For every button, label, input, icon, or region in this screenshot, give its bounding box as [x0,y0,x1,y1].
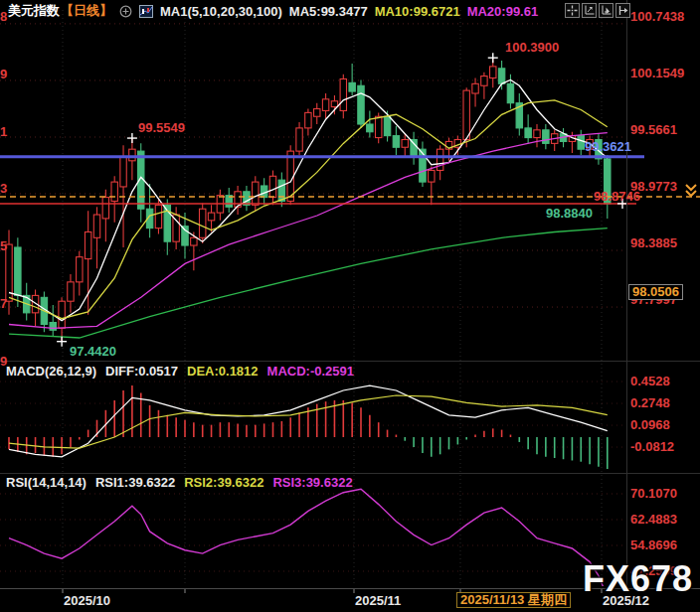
candle [322,93,328,118]
candle [111,176,117,222]
ma10-value: MA10:99.6721 [375,4,460,19]
candle [587,136,593,157]
candle [244,186,250,211]
expand-circle-plus-icon[interactable] [119,5,132,18]
candle [269,170,275,205]
ma5-value: MA5:99.3477 [289,4,368,19]
candle [15,237,21,307]
candle [578,130,584,155]
rsi-pane [9,489,608,597]
symbol-title: 美元指数 [8,2,60,20]
candles [6,58,611,342]
move-tool-icon[interactable] [565,3,580,18]
candle [543,124,549,149]
candle [278,172,284,207]
candle [50,305,56,336]
candle [605,155,611,219]
macd-header: MACD(26,12,9) DIFF:0.0517 DEA:0.1812 MAC… [6,364,354,379]
candle [155,200,161,234]
candle [296,122,302,155]
candle [340,75,346,119]
chart-header: 美元指数 【日线】 MA1(5,10,20,30,100) MA5:99.347… [8,3,538,19]
candle [235,186,241,215]
rsi-line [9,489,608,597]
scale-y-axis-icon[interactable] [582,3,597,18]
macd-value: MACD:-0.2591 [267,364,354,379]
fx678-watermark: FX678 [583,558,693,600]
ma-line-ma100 [9,229,608,338]
ma20-value: MA20:99.61 [467,4,539,19]
candle [200,203,206,243]
candle [217,190,223,221]
candle [68,274,74,313]
candle [77,251,83,296]
rsi-title: RSI(14,14,14) [6,475,87,490]
candle [525,114,531,143]
macd-diff-value: DIFF:0.0517 [105,364,178,379]
alert-chevron-down-icon [686,185,696,190]
candle [437,145,442,180]
candle [129,138,135,180]
pane-divider [0,361,700,362]
extreme-cross-marker [488,53,498,63]
rsi2-value: RSI2:39.6322 [184,475,263,490]
candle [6,230,12,315]
candle [253,176,259,211]
candle [429,167,435,206]
candle [367,110,373,137]
chart-toolbar [565,3,630,18]
pane-divider [0,473,700,474]
price-axis-border [626,0,627,588]
candle [552,130,558,151]
candle [393,126,399,155]
rsi-header: RSI(14,14,14) RSI1:39.6322 RSI2:39.6322 … [6,475,353,490]
candlestick-chart-icon[interactable] [139,5,153,18]
extreme-cross-marker [127,133,137,143]
candle [420,141,426,187]
candle [411,132,417,165]
chart-canvas[interactable] [0,0,700,612]
candle [305,109,311,136]
candle [314,103,320,124]
rsi1-value: RSI1:39.6322 [95,475,175,490]
candle [516,93,522,136]
candle [208,205,214,231]
candle [24,283,30,321]
candle [349,64,355,95]
ma-group-label: MA1(5,10,20,30,100) [160,4,282,19]
candle [472,78,478,107]
macd-pane [9,385,608,469]
candle [146,184,152,237]
candle [481,73,487,99]
rsi3-value: RSI3:39.6322 [272,475,352,490]
chart-app: 美元指数 【日线】 MA1(5,10,20,30,100) MA5:99.347… [0,0,700,612]
alert-chevron-down-icon [686,191,696,196]
candle [498,61,504,89]
extreme-cross-marker [57,337,67,347]
macd-title: MACD(26,12,9) [6,364,96,379]
candle [534,124,540,147]
scale-x-axis-icon[interactable] [599,3,613,18]
candle [85,211,90,315]
macd-dea-value: DEA:0.1812 [187,364,259,379]
candle [358,79,364,127]
candle [93,207,99,268]
pan-right-icon[interactable] [615,3,630,18]
period-tag: 【日线】 [61,2,112,20]
candle [226,188,232,213]
